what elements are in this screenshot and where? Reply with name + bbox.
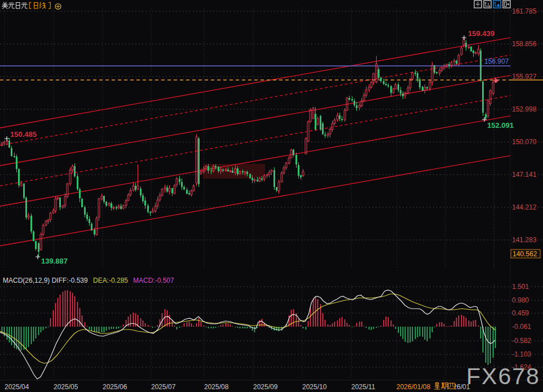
svg-text:DEA:-0.285: DEA:-0.285 xyxy=(93,277,128,284)
svg-text:152.998: 152.998 xyxy=(512,105,537,113)
svg-text:2025/07: 2025/07 xyxy=(151,383,176,391)
svg-text:141.283: 141.283 xyxy=(512,236,537,244)
svg-text:-1.103: -1.103 xyxy=(512,350,531,358)
svg-text:152.091: 152.091 xyxy=(487,121,514,130)
svg-text:-0.582: -0.582 xyxy=(512,337,531,345)
svg-text:MACD:-0.507: MACD:-0.507 xyxy=(133,277,174,284)
svg-text:159.439: 159.439 xyxy=(468,29,495,38)
svg-text:2025/04: 2025/04 xyxy=(5,383,29,391)
svg-text:2025/09: 2025/09 xyxy=(253,383,278,391)
svg-text:MACD(26,12,9) DIFF:-0.539: MACD(26,12,9) DIFF:-0.539 xyxy=(3,277,88,284)
svg-text:139.887: 139.887 xyxy=(41,257,68,265)
svg-text:0.980: 0.980 xyxy=(512,296,529,304)
svg-text:-0.061: -0.061 xyxy=(512,323,531,331)
svg-text:2026/01/08: 2026/01/08 xyxy=(396,383,430,391)
svg-text:144.212: 144.212 xyxy=(512,203,537,211)
svg-text:156.907: 156.907 xyxy=(484,57,509,65)
svg-text:147.141: 147.141 xyxy=(512,171,537,179)
svg-text:2025/10: 2025/10 xyxy=(302,383,327,391)
svg-text:1.501: 1.501 xyxy=(512,283,529,291)
svg-text:150.070: 150.070 xyxy=(512,138,537,146)
svg-text:158.856: 158.856 xyxy=(512,40,537,48)
svg-text:2025/08: 2025/08 xyxy=(204,383,229,391)
svg-text:0.459: 0.459 xyxy=(512,309,529,317)
svg-text:2025/06: 2025/06 xyxy=(103,383,127,391)
svg-text:2025/11: 2025/11 xyxy=(351,383,376,391)
svg-text:161.785: 161.785 xyxy=(512,7,537,15)
svg-text:FX678: FX678 xyxy=(466,363,540,389)
svg-text:150.485: 150.485 xyxy=(10,130,37,139)
svg-text:155.927: 155.927 xyxy=(512,73,537,81)
svg-text:140.562: 140.562 xyxy=(513,250,537,258)
svg-text:2025/05: 2025/05 xyxy=(54,383,78,391)
